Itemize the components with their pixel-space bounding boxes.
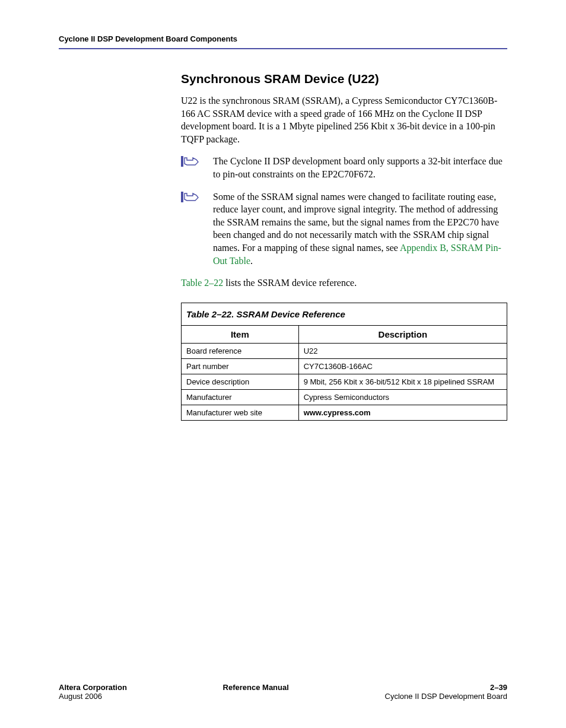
footer-left-top: Altera Corporation: [59, 683, 127, 692]
intro-paragraph: U22 is the synchronous SRAM (SSRAM), a C…: [181, 94, 507, 145]
cell-desc: U22: [298, 343, 507, 358]
table-row: Manufacturer Cypress Semiconductors: [182, 389, 507, 405]
cell-item: Manufacturer web site: [182, 405, 299, 420]
footer-right: 2–39 Cyclone II DSP Development Board: [385, 683, 507, 701]
cell-item: Part number: [182, 358, 299, 374]
note-text-1: The Cyclone II DSP development board onl…: [213, 155, 507, 180]
svg-rect-0: [181, 156, 183, 167]
cell-item: Board reference: [182, 343, 299, 358]
running-header: Cyclone II DSP Development Board Compone…: [59, 34, 507, 43]
table-row: Board reference U22: [182, 343, 507, 358]
ssram-device-reference-table: Table 2–22. SSRAM Device Reference Item …: [181, 303, 507, 421]
footer-left: Altera Corporation August 2006: [59, 683, 127, 701]
cell-desc: Cypress Semiconductors: [298, 389, 507, 405]
table-lead-post: lists the SSRAM device reference.: [223, 278, 357, 288]
note-hand-icon: [181, 192, 199, 205]
cell-item: Device description: [182, 374, 299, 389]
table-row: Part number CY7C1360B-166AC: [182, 358, 507, 374]
table-header-row: Item Description: [182, 325, 507, 343]
note-text-2: Some of the SSRAM signal names were chan…: [213, 190, 507, 268]
table-caption: Table 2–22. SSRAM Device Reference: [181, 303, 507, 325]
svg-rect-1: [181, 192, 183, 202]
table-row: Manufacturer web site www.cypress.com: [182, 405, 507, 420]
table-lead-paragraph: Table 2–22 lists the SSRAM device refere…: [181, 276, 507, 290]
table-row: Device description 9 Mbit, 256 Kbit x 36…: [182, 374, 507, 389]
footer-right-bottom: Cyclone II DSP Development Board: [385, 692, 507, 701]
cell-desc: 9 Mbit, 256 Kbit x 36-bit/512 Kbit x 18 …: [298, 374, 507, 389]
content-column: Synchronous SRAM Device (U22) U22 is the…: [181, 72, 507, 421]
footer-right-top: 2–39: [385, 683, 507, 692]
footer-left-bottom: August 2006: [59, 692, 127, 701]
header-rule: [59, 48, 507, 49]
cell-desc: CY7C1360B-166AC: [298, 358, 507, 374]
note-block-2: Some of the SSRAM signal names were chan…: [181, 190, 507, 268]
col-header-description: Description: [298, 325, 507, 343]
footer-center: Reference Manual: [127, 683, 385, 701]
note-2-post: .: [250, 256, 253, 266]
section-heading: Synchronous SRAM Device (U22): [181, 72, 507, 86]
cell-desc: www.cypress.com: [298, 405, 507, 420]
page: Cyclone II DSP Development Board Compone…: [0, 0, 566, 728]
note-block-1: The Cyclone II DSP development board onl…: [181, 155, 507, 180]
col-header-item: Item: [182, 325, 299, 343]
cell-item: Manufacturer: [182, 389, 299, 405]
table-ref-link[interactable]: Table 2–22: [181, 278, 223, 288]
footer: Altera Corporation August 2006 Reference…: [59, 683, 507, 701]
note-hand-icon: [181, 156, 199, 169]
